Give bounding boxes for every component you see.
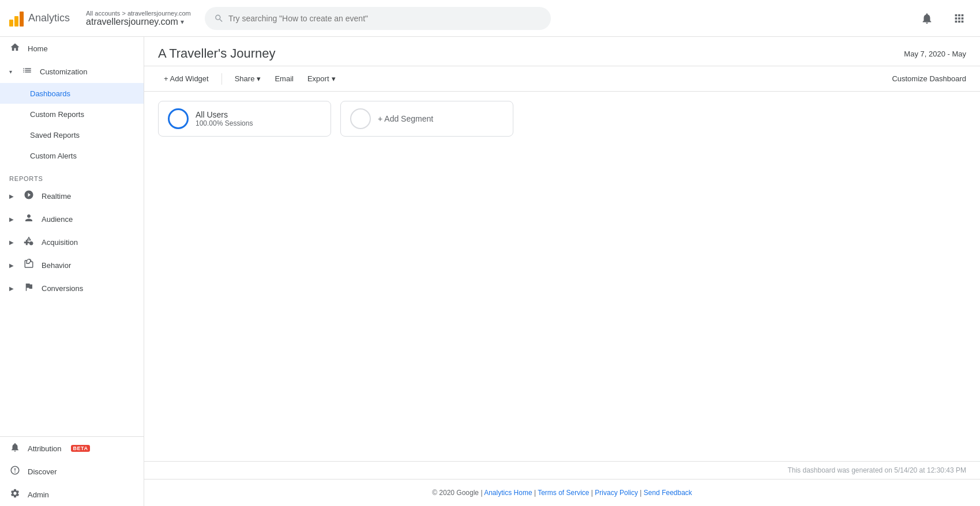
analytics-home-link[interactable]: Analytics Home xyxy=(484,489,532,497)
admin-icon xyxy=(9,488,21,501)
segment-circle-icon xyxy=(168,108,189,129)
account-selector[interactable]: All accounts > atravellersjourney.com at… xyxy=(86,10,191,27)
page-title: A Traveller's Journey xyxy=(158,46,276,61)
apps-button[interactable] xyxy=(948,7,971,30)
segments-area: All Users 100.00% Sessions + Add Segment xyxy=(144,92,980,146)
custom-alerts-label: Custom Alerts xyxy=(30,152,77,160)
toolbar-divider-1 xyxy=(221,73,222,85)
logo-bar-1 xyxy=(9,20,13,27)
expand-arrow-icon: ▾ xyxy=(9,69,12,75)
export-button[interactable]: Export ▾ xyxy=(302,71,341,86)
customization-icon xyxy=(21,65,33,78)
segment-name: All Users xyxy=(196,110,253,119)
expand-icon-conversions: ▶ xyxy=(9,285,14,292)
expand-icon-acquisition: ▶ xyxy=(9,239,14,246)
sidebar-item-attribution[interactable]: Attribution BETA xyxy=(0,437,144,460)
sidebar-item-realtime[interactable]: ▶ Realtime xyxy=(0,184,144,207)
footer-links: © 2020 Google | Analytics Home | Terms o… xyxy=(144,479,980,506)
home-label: Home xyxy=(28,44,48,53)
share-chevron-icon: ▾ xyxy=(257,74,261,83)
expand-icon-behavior: ▶ xyxy=(9,262,14,269)
segment-all-users[interactable]: All Users 100.00% Sessions xyxy=(158,101,331,137)
behavior-icon xyxy=(23,259,35,271)
content-footer: This dashboard was generated on 5/14/20 … xyxy=(144,461,980,506)
feedback-link[interactable]: Send Feedback xyxy=(644,489,692,497)
sidebar-item-audience[interactable]: ▶ Audience xyxy=(0,207,144,231)
reports-section-label: REPORTS xyxy=(0,166,144,184)
generated-text: This dashboard was generated on 5/14/20 … xyxy=(144,462,980,479)
content-header: A Traveller's Journey May 7, 2020 - May xyxy=(144,37,980,66)
export-chevron-icon: ▾ xyxy=(332,74,336,83)
sidebar-item-behavior[interactable]: ▶ Behavior xyxy=(0,254,144,277)
behavior-label: Behavior xyxy=(42,261,71,270)
main-layout: Home ▾ Customization Dashboards Custom R… xyxy=(0,37,980,506)
segment-info: All Users 100.00% Sessions xyxy=(196,110,253,127)
content-spacer xyxy=(144,146,980,461)
attribution-icon xyxy=(9,442,21,455)
admin-label: Admin xyxy=(28,490,49,499)
expand-icon-audience: ▶ xyxy=(9,216,14,222)
topbar: Analytics All accounts > atravellersjour… xyxy=(0,0,980,37)
conversions-label: Conversions xyxy=(42,284,83,293)
discover-label: Discover xyxy=(28,467,57,476)
sidebar-item-admin[interactable]: Admin xyxy=(0,483,144,506)
toolbar: + Add Widget Share ▾ Email Export ▾ Cust… xyxy=(144,66,980,92)
terms-link[interactable]: Terms of Service xyxy=(538,489,589,497)
customize-dashboard-button[interactable]: Customize Dashboard xyxy=(892,74,966,83)
account-breadcrumb: All accounts > atravellersjourney.com xyxy=(86,10,191,17)
date-range: May 7, 2020 - May xyxy=(904,50,966,58)
realtime-label: Realtime xyxy=(42,192,71,201)
add-segment-label: + Add Segment xyxy=(378,114,433,123)
sidebar-item-custom-reports[interactable]: Custom Reports xyxy=(0,104,144,124)
account-name[interactable]: atravellersjourney.com ▾ xyxy=(86,17,191,27)
privacy-link[interactable]: Privacy Policy xyxy=(595,489,638,497)
acquisition-label: Acquisition xyxy=(42,238,78,247)
search-icon xyxy=(214,13,224,24)
segment-sessions: 100.00% Sessions xyxy=(196,119,253,127)
search-box[interactable] xyxy=(205,7,551,30)
sidebar-item-saved-reports[interactable]: Saved Reports xyxy=(0,124,144,145)
discover-icon xyxy=(9,465,21,478)
customization-label: Customization xyxy=(40,67,87,76)
share-label: Share xyxy=(235,74,255,83)
content-area: A Traveller's Journey May 7, 2020 - May … xyxy=(144,37,980,506)
logo-bar-2 xyxy=(14,16,18,27)
dashboards-label: Dashboards xyxy=(30,89,70,98)
logo-bar-3 xyxy=(20,12,24,27)
copyright: © 2020 Google xyxy=(432,489,479,497)
conversions-icon xyxy=(23,282,35,294)
attribution-label: Attribution xyxy=(28,444,62,453)
add-segment-circle-icon xyxy=(350,108,371,129)
sidebar-item-customization[interactable]: ▾ Customization xyxy=(0,60,144,83)
audience-icon xyxy=(23,213,35,225)
bell-icon xyxy=(921,12,933,25)
add-widget-button[interactable]: + Add Widget xyxy=(158,71,215,86)
search-input[interactable] xyxy=(228,14,542,23)
beta-badge: BETA xyxy=(71,445,91,452)
export-label: Export xyxy=(307,74,329,83)
topbar-right xyxy=(915,7,971,30)
toolbar-right: Customize Dashboard xyxy=(892,74,966,83)
sidebar-item-home[interactable]: Home xyxy=(0,37,144,60)
chevron-down-icon: ▾ xyxy=(181,18,184,26)
sidebar-item-acquisition[interactable]: ▶ Acquisition xyxy=(0,231,144,254)
audience-label: Audience xyxy=(42,215,73,224)
apps-icon xyxy=(953,12,966,25)
sidebar-item-dashboards[interactable]: Dashboards xyxy=(0,83,144,104)
expand-icon-realtime: ▶ xyxy=(9,193,14,199)
share-button[interactable]: Share ▾ xyxy=(229,71,267,86)
home-icon xyxy=(9,42,21,55)
notifications-button[interactable] xyxy=(915,7,938,30)
app-name: Analytics xyxy=(28,12,70,24)
custom-reports-label: Custom Reports xyxy=(30,110,84,119)
sidebar-item-custom-alerts[interactable]: Custom Alerts xyxy=(0,145,144,166)
email-button[interactable]: Email xyxy=(269,71,299,86)
sidebar-bottom: Attribution BETA Discover Admin xyxy=(0,436,144,506)
sidebar-item-discover[interactable]: Discover xyxy=(0,460,144,483)
add-segment-card[interactable]: + Add Segment xyxy=(340,101,513,137)
sidebar-item-conversions[interactable]: ▶ Conversions xyxy=(0,277,144,300)
saved-reports-label: Saved Reports xyxy=(30,131,80,139)
logo-icon xyxy=(9,10,24,27)
sidebar-spacer xyxy=(0,300,144,436)
sidebar: Home ▾ Customization Dashboards Custom R… xyxy=(0,37,144,506)
